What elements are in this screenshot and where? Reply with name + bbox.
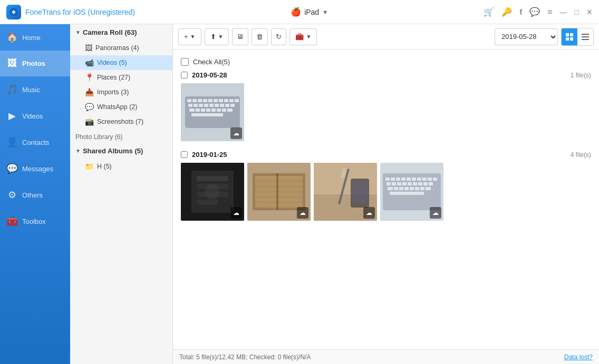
photo-grid-1: ☁: [181, 83, 591, 141]
tree-item-places[interactable]: 📍 Places (27): [70, 70, 172, 85]
device-selector[interactable]: 🍎 iPad ▼: [291, 7, 328, 17]
grid-view-button[interactable]: [562, 28, 577, 45]
sidebar-item-others[interactable]: ⚙ Others: [0, 182, 70, 208]
svg-rect-5: [582, 34, 589, 35]
facebook-icon[interactable]: f: [519, 7, 522, 16]
statusbar: Total: 5 file(s)/12.42 MB; Checked: 0 fi…: [173, 349, 599, 364]
close-button[interactable]: ✕: [586, 8, 593, 16]
sidebar-item-toolbox[interactable]: 🧰 Toolbox: [0, 208, 70, 234]
list-view-button[interactable]: [577, 28, 593, 45]
svg-rect-79: [423, 182, 428, 185]
tree-photo-library[interactable]: Photo Library (6): [70, 129, 172, 143]
date-group-2: 2019-01-25 4 file(s): [181, 151, 591, 221]
minimize-button[interactable]: —: [560, 8, 567, 16]
svg-rect-84: [404, 187, 409, 190]
to-pc-button[interactable]: 🖥: [232, 28, 248, 45]
tree-item-screenshots[interactable]: 📸 Screenshots (7): [70, 114, 172, 129]
contacts-icon: 👤: [6, 136, 18, 148]
sidebar-item-toolbox-label: Toolbox: [22, 218, 46, 225]
svg-rect-75: [402, 182, 407, 185]
tree-camera-roll-header[interactable]: ▼ Camera Roll (63): [70, 24, 172, 41]
svg-rect-16: [219, 99, 223, 102]
toolbar: + ▼ ⬆ ▼ 🖥 🗑 ↻ 🧰 ▼ 2019-05-28: [173, 24, 599, 50]
sidebar: 🏠 Home 🖼 Photos 🎵 Music ▶ Videos 👤 Conta…: [0, 24, 70, 364]
svg-rect-3: [566, 37, 569, 41]
sidebar-item-contacts[interactable]: 👤 Contacts: [0, 129, 70, 155]
cart-icon[interactable]: 🛒: [484, 7, 494, 17]
date-group-1: 2019-05-28 1 file(s): [181, 71, 591, 141]
toolbox-icon: 🧰: [6, 215, 18, 227]
svg-rect-88: [426, 187, 431, 190]
cloud-badge-1: ☁: [230, 127, 242, 139]
file-count-2: 4 file(s): [571, 151, 591, 159]
svg-rect-13: [203, 99, 207, 102]
export-button[interactable]: ⬆ ▼: [205, 28, 229, 45]
photo-thumb-5[interactable]: ☁: [380, 163, 443, 221]
check-all-label[interactable]: Check All(5): [193, 58, 230, 66]
svg-rect-64: [396, 178, 400, 181]
date-group-2-checkbox[interactable]: [181, 151, 188, 158]
svg-rect-73: [392, 182, 396, 185]
photos-icon: 🖼: [6, 58, 18, 69]
places-icon: 📍: [85, 73, 94, 82]
more-dropdown-icon: ▼: [306, 34, 311, 40]
svg-rect-37: [191, 113, 223, 116]
svg-rect-21: [194, 104, 198, 107]
data-lost-link[interactable]: Data lost?: [564, 353, 593, 361]
sidebar-item-music[interactable]: 🎵 Music: [0, 76, 70, 103]
sidebar-item-home[interactable]: 🏠 Home: [0, 24, 70, 51]
sidebar-item-messages-label: Messages: [22, 165, 53, 173]
others-icon: ⚙: [6, 189, 18, 201]
device-dropdown-icon[interactable]: ▼: [322, 9, 328, 15]
date-label-1: 2019-05-28: [192, 71, 227, 79]
export-icon: ⬆: [210, 33, 216, 41]
date-filter-select[interactable]: 2019-05-28 2019-01-25 All: [495, 28, 558, 45]
check-all-checkbox[interactable]: [181, 58, 189, 66]
tree-item-whatsapp[interactable]: 💬 WhatsApp (2): [70, 100, 172, 114]
delete-button[interactable]: 🗑: [252, 28, 268, 45]
svg-rect-10: [187, 99, 191, 102]
tree-item-videos[interactable]: 📹 Videos (5): [70, 55, 172, 70]
svg-rect-72: [387, 182, 391, 185]
svg-rect-40: [197, 176, 228, 181]
feedback-icon[interactable]: 💬: [529, 7, 540, 17]
h-folder-icon: 📁: [85, 162, 94, 171]
tree-shared-albums-header[interactable]: ▼ Shared Albums (5): [70, 143, 172, 159]
export-dropdown-icon: ▼: [218, 34, 224, 40]
svg-rect-12: [198, 99, 202, 102]
photo-thumb-1[interactable]: ☁: [181, 83, 244, 141]
svg-rect-22: [199, 104, 203, 107]
messages-icon: 💬: [6, 163, 18, 174]
sidebar-item-messages[interactable]: 💬 Messages: [0, 155, 70, 182]
tree-item-panoramas[interactable]: 🖼 Panoramas (4): [70, 41, 172, 55]
tree-item-h[interactable]: 📁 H (5): [70, 159, 172, 174]
more-button[interactable]: 🧰 ▼: [289, 28, 317, 45]
whatsapp-icon: 💬: [85, 103, 94, 111]
tree-item-imports[interactable]: 📥 Imports (3): [70, 85, 172, 100]
add-button[interactable]: + ▼: [178, 28, 201, 45]
photo-grid-2: ☁: [181, 163, 591, 221]
photo-thumb-4[interactable]: ☁: [314, 163, 377, 221]
cloud-badge-3: ☁: [297, 207, 308, 219]
svg-rect-82: [394, 187, 398, 190]
svg-rect-80: [429, 182, 433, 185]
refresh-button[interactable]: ↻: [271, 28, 286, 45]
sidebar-item-photos[interactable]: 🖼 Photos: [0, 51, 70, 76]
svg-rect-86: [415, 187, 419, 190]
menu-icon[interactable]: ≡: [547, 7, 552, 17]
date-group-1-checkbox[interactable]: [181, 72, 188, 78]
to-pc-icon: 🖥: [237, 33, 244, 41]
maximize-button[interactable]: □: [575, 8, 579, 16]
photo-thumb-3[interactable]: ☁: [247, 163, 311, 221]
camera-roll-arrow: ▼: [75, 29, 81, 35]
svg-rect-14: [208, 99, 212, 102]
file-count-1: 1 file(s): [571, 72, 591, 79]
sidebar-item-videos[interactable]: ▶ Videos: [0, 103, 70, 129]
cloud-badge-5: ☁: [430, 207, 441, 219]
svg-rect-19: [235, 99, 239, 102]
add-icon: +: [184, 33, 188, 41]
video-file-icon: 📹: [85, 58, 94, 67]
photo-thumb-2[interactable]: ☁: [181, 163, 244, 221]
key-icon[interactable]: 🔑: [501, 7, 512, 17]
svg-rect-35: [222, 109, 226, 112]
